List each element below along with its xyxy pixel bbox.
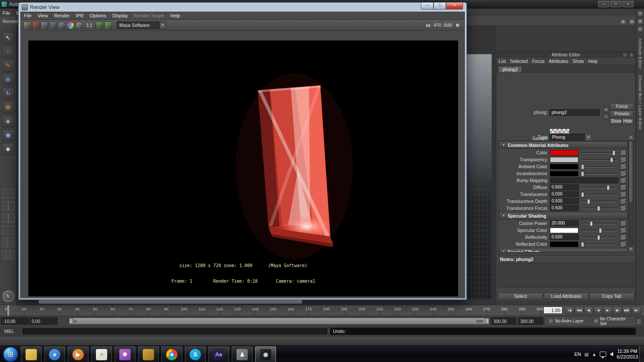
rv-menu-view[interactable]: View — [35, 12, 51, 20]
scroll-down-icon[interactable]: ▼ — [628, 246, 634, 252]
playback-button-3[interactable]: ◀ — [594, 307, 603, 315]
close-button[interactable]: × — [622, 1, 634, 7]
ae-menu-attributes[interactable]: Attributes — [547, 59, 570, 64]
ae-menu-selected[interactable]: Selected — [508, 59, 530, 64]
viewport-scrollbar[interactable] — [38, 300, 302, 304]
show-manipulator-icon[interactable]: ◆ — [2, 143, 14, 155]
keep-image-icon[interactable] — [96, 22, 103, 29]
panel-layout-button-single[interactable] — [2, 189, 14, 199]
start-button[interactable]: ⊞ — [3, 347, 18, 362]
side-tab-channel-box[interactable]: Channel Box / Layer Editor — [638, 75, 643, 130]
range-slider-inner[interactable] — [73, 318, 485, 324]
map-button[interactable] — [620, 157, 626, 163]
playback-button-4[interactable]: ▶ — [603, 307, 612, 315]
attribute-editor-toggle-icon[interactable]: ▦ — [637, 18, 644, 24]
mel-input[interactable] — [22, 327, 328, 335]
map-button[interactable] — [620, 150, 626, 156]
rv-menu-render[interactable]: Render — [51, 12, 72, 20]
after-effects-icon-slot[interactable]: Ae — [208, 346, 229, 362]
notes-splitter[interactable] — [498, 253, 634, 255]
shelf-option-icon[interactable]: ▦ — [628, 19, 635, 25]
translucence-slider[interactable] — [580, 191, 618, 197]
timeline-ruler[interactable]: 0102030405060708090100110120130140150160… — [0, 305, 542, 316]
attribute-scrollbar[interactable]: ▲ ▼ — [628, 134, 634, 252]
ambient-color-slider[interactable] — [580, 163, 618, 170]
zoom-one-to-one-button[interactable]: 1:1 — [86, 23, 92, 28]
translucence-field[interactable]: 0.000 — [550, 191, 579, 197]
character-set-dropdown[interactable]: No Character Set — [591, 317, 634, 325]
map-button[interactable] — [620, 184, 626, 190]
diffuse-field[interactable]: 0.800 — [550, 184, 579, 190]
ae-menu-list[interactable]: List — [496, 59, 508, 64]
maximize-button[interactable]: □ — [610, 1, 621, 7]
minimize-button[interactable]: — — [598, 1, 609, 7]
scrollbar-thumb[interactable] — [629, 141, 633, 202]
playback-end-field[interactable]: 300.00 — [491, 317, 516, 325]
attribute-editor-title-bar[interactable]: Attribute Editor □ × — [496, 52, 635, 58]
minimize-button[interactable]: — — [421, 3, 434, 10]
map-button[interactable] — [620, 198, 626, 204]
playback-button-6[interactable]: ▶▶ — [622, 307, 631, 315]
ae-menu-show[interactable]: Show — [570, 59, 586, 64]
hide-button[interactable]: Hide — [622, 118, 634, 125]
playback-button-5[interactable]: |▶ — [613, 307, 622, 315]
save-image-icon[interactable] — [32, 22, 39, 29]
panel-layout-button-hsplit[interactable] — [2, 225, 14, 235]
range-slider-left-handle[interactable] — [69, 318, 73, 324]
map-button[interactable] — [620, 241, 626, 247]
tool-settings-toggle-icon[interactable]: ▧ — [637, 26, 644, 32]
soft-mod-tool-icon[interactable]: ◉ — [2, 129, 14, 141]
range-slider[interactable]: 0 300 — [69, 317, 490, 325]
keyboard-icon[interactable]: ▤ — [585, 352, 588, 357]
anim-layer-dropdown[interactable]: No Anim Layer — [546, 317, 589, 325]
select-button[interactable]: Select — [498, 293, 543, 300]
ipr-pause-icon[interactable]: ▮▮ — [426, 23, 430, 27]
map-button[interactable] — [620, 227, 626, 233]
rgb-channels-icon[interactable] — [67, 22, 74, 29]
playback-button-2[interactable]: ◀| — [584, 307, 593, 315]
universal-manipulator-icon[interactable]: ◈ — [2, 115, 14, 127]
map-button[interactable] — [620, 220, 626, 226]
tear-off-icon[interactable]: □ — [622, 52, 628, 58]
section-special-effects[interactable]: ▼ Special Effects — [499, 248, 628, 252]
paint-select-tool-icon[interactable]: ✎ — [2, 60, 14, 72]
rv-menu-ipr[interactable]: IPR — [72, 12, 86, 20]
scroll-up-icon[interactable]: ▲ — [628, 135, 634, 140]
incandescence-slider[interactable] — [580, 170, 618, 176]
skype-icon-slot[interactable]: S — [185, 346, 206, 362]
rotate-tool-icon[interactable]: ↻ — [2, 88, 14, 100]
close-button[interactable]: × — [446, 3, 463, 10]
perspective-viewport-sliver[interactable] — [467, 54, 492, 299]
notes-box[interactable] — [498, 263, 634, 288]
section-common-material[interactable]: ▼ Common Material Attributes — [499, 141, 628, 149]
rv-menu-help[interactable]: Help — [167, 12, 183, 20]
map-button[interactable] — [620, 170, 626, 176]
chevron-down-icon[interactable]: ▾ — [159, 22, 166, 29]
cosine-power-field[interactable]: 20.000 — [550, 220, 579, 226]
redo-previous-render-icon[interactable] — [58, 22, 66, 29]
rv-menu-options[interactable]: Options — [87, 12, 109, 20]
mel-label[interactable]: MEL — [4, 329, 14, 334]
volume-icon[interactable] — [610, 352, 613, 356]
scale-tool-icon[interactable]: ⊞ — [2, 101, 14, 114]
reflectivity-slider[interactable] — [580, 234, 618, 240]
playback-button-0[interactable]: |◀ — [565, 307, 574, 315]
rv-menu-file[interactable]: File — [21, 12, 35, 20]
playback-button-7[interactable]: ▶| — [632, 307, 641, 315]
color-swatch[interactable] — [550, 150, 578, 156]
photos-icon-slot[interactable]: ✱ — [115, 346, 135, 362]
presets-button[interactable]: Presets — [610, 111, 634, 117]
side-tab-attribute-editor[interactable]: Attribute Editor — [638, 38, 643, 69]
ipr-render-icon[interactable] — [49, 22, 57, 29]
clock[interactable]: 11:39 PM 6/22/2013 — [617, 349, 638, 360]
transparency-slider[interactable] — [580, 157, 618, 163]
translucence-depth-slider[interactable] — [580, 198, 618, 204]
animation-end-field[interactable]: 300.00 — [518, 317, 543, 325]
load-attributes-button[interactable]: Load Attributes — [544, 293, 588, 300]
connection-icon[interactable]: ▪ — [603, 114, 609, 119]
game-icon-slot[interactable] — [138, 346, 159, 362]
map-button[interactable] — [620, 191, 626, 197]
ae-menu-help[interactable]: Help — [586, 59, 600, 64]
specular-color-slider[interactable] — [580, 227, 618, 233]
panel-layout-button-three[interactable] — [2, 250, 14, 259]
